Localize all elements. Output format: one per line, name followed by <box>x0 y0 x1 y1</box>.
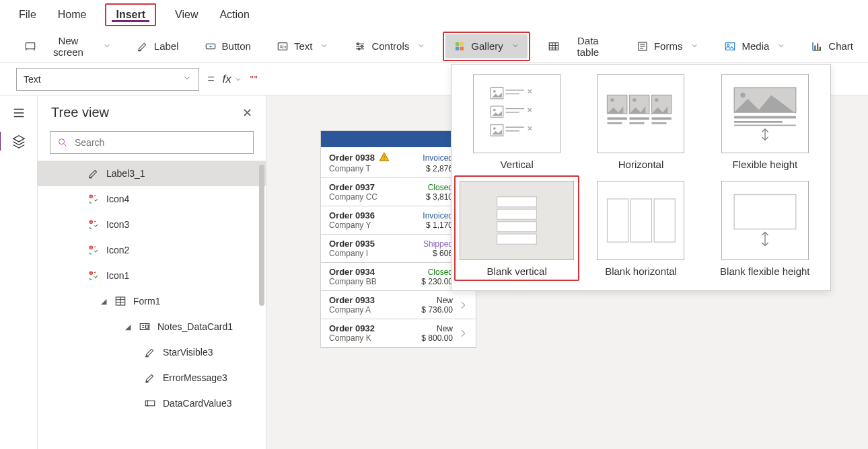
svg-rect-41 <box>608 122 622 124</box>
label-button[interactable]: Label <box>129 34 187 58</box>
formula-value[interactable]: "" <box>250 74 258 85</box>
order-price: $ 736.00 <box>421 305 453 315</box>
gallery-option-vertical[interactable]: Vertical <box>458 74 575 170</box>
text-label: Text <box>294 40 313 52</box>
search-field[interactable] <box>73 136 246 149</box>
tree-node-icon1[interactable]: Icon1 <box>38 263 266 288</box>
blank-vertical-thumb <box>460 181 574 260</box>
list-item[interactable]: Order 0932NewCompany K$ 800.00 <box>321 319 476 348</box>
sliders-icon <box>354 40 366 52</box>
order-status: New <box>421 296 453 305</box>
icon-control-icon <box>87 243 101 257</box>
order-company: Company I <box>329 249 419 258</box>
svg-rect-42 <box>630 118 649 120</box>
tree-node-notes-datacard1[interactable]: ◢ Notes_DataCard1 <box>38 314 266 339</box>
menu-action[interactable]: Action <box>217 3 252 26</box>
tree-node-icon2[interactable]: Icon2 <box>38 237 266 263</box>
text-button[interactable]: Abc Text <box>268 34 337 58</box>
chevron-down-icon <box>103 40 111 52</box>
property-dropdown[interactable]: Text <box>16 68 199 91</box>
menu-home[interactable]: Home <box>55 3 89 26</box>
horizontal-thumb <box>597 74 684 153</box>
tree-list: Label3_1 Icon4 Icon3 Icon2 Icon1 <box>38 161 266 449</box>
gallery-icon <box>454 40 466 52</box>
search-input[interactable] <box>50 131 254 154</box>
tree-node-label: Icon3 <box>106 219 129 230</box>
new-screen-button[interactable]: New screen <box>16 34 119 58</box>
controls-button[interactable]: Controls <box>346 34 433 58</box>
chart-button[interactable]: Chart <box>803 34 861 58</box>
hamburger-icon[interactable] <box>11 105 27 121</box>
tree-node-starvisible3[interactable]: StarVisible3 <box>38 339 266 365</box>
tree-node-label3-1[interactable]: Label3_1 <box>38 161 266 186</box>
svg-rect-45 <box>652 122 667 124</box>
close-icon[interactable]: ✕ <box>242 106 252 120</box>
gallery-option-horizontal[interactable]: Horizontal <box>582 74 699 170</box>
order-company: Company BB <box>329 277 417 286</box>
gallery-button[interactable]: Gallery <box>445 34 528 58</box>
order-title: Order 0933 <box>329 295 417 305</box>
svg-point-27 <box>384 159 384 159</box>
gallery-dropdown: Vertical Horizontal <box>451 64 831 291</box>
menu-file[interactable]: File <box>16 3 39 26</box>
datacard-icon <box>139 320 152 333</box>
svg-rect-9 <box>456 46 459 50</box>
icon-control-icon <box>87 269 101 282</box>
tree-node-label: Icon2 <box>106 245 129 255</box>
tree-node-errormessage3[interactable]: ErrorMessage3 <box>38 365 266 391</box>
forms-icon <box>637 40 649 52</box>
data-table-button[interactable]: Data table <box>540 34 619 58</box>
button-button[interactable]: Button <box>196 34 259 58</box>
gallery-option-blank-flexible-height[interactable]: Blank flexible height <box>707 181 824 277</box>
svg-rect-48 <box>734 116 796 119</box>
table-icon <box>548 40 560 52</box>
gallery-option-label: Blank vertical <box>487 266 547 277</box>
chevron-down-icon <box>777 40 785 52</box>
order-company: Company T <box>329 164 419 173</box>
tree-node-label: Notes_DataCard1 <box>157 321 233 332</box>
tree-view-panel: Tree view ✕ Label3_1 Icon4 I <box>38 95 266 449</box>
tree-node-icon3[interactable]: Icon3 <box>38 212 266 237</box>
forms-label: Forms <box>654 40 683 52</box>
chevron-down-icon <box>511 40 519 52</box>
controls-label: Controls <box>371 40 409 52</box>
scrollbar[interactable] <box>259 165 264 306</box>
svg-rect-53 <box>497 222 537 232</box>
tree-node-label: StarVisible3 <box>163 347 213 358</box>
menu-insert[interactable]: Insert <box>105 3 156 26</box>
ribbon: New screen Label Button Abc Text Control… <box>0 30 868 63</box>
tree-node-icon4[interactable]: Icon4 <box>38 186 266 212</box>
tree-node-label: Form1 <box>133 296 160 307</box>
gallery-option-blank-horizontal[interactable]: Blank horizontal <box>582 181 699 277</box>
fx-label: fx <box>223 73 231 86</box>
blank-flex-height-thumb <box>721 181 809 260</box>
layers-icon[interactable] <box>11 133 27 149</box>
media-label: Media <box>742 40 769 52</box>
label-control-icon <box>144 345 157 359</box>
order-company: Company A <box>329 305 417 315</box>
svg-rect-54 <box>497 234 537 244</box>
svg-point-18 <box>59 139 65 145</box>
svg-rect-51 <box>497 197 537 207</box>
warning-icon <box>379 151 390 164</box>
gallery-option-blank-vertical[interactable]: Blank vertical <box>458 181 575 277</box>
svg-rect-7 <box>456 42 459 46</box>
tree-node-form1[interactable]: ◢ Form1 <box>38 288 266 314</box>
fx-button[interactable]: fx <box>223 73 242 86</box>
tree-node-datacardvalue3[interactable]: DataCardValue3 <box>38 391 266 416</box>
list-item[interactable]: Order 0933NewCompany A$ 736.00 <box>321 291 476 319</box>
menu-view[interactable]: View <box>172 3 201 26</box>
gallery-option-label: Vertical <box>501 159 534 170</box>
order-title: Order 0938 <box>329 151 419 164</box>
order-title: Order 0937 <box>329 182 422 192</box>
data-table-label: Data table <box>565 35 611 58</box>
media-button[interactable]: Media <box>716 34 793 58</box>
chart-label: Chart <box>828 40 853 52</box>
gallery-label: Gallery <box>471 40 503 52</box>
icon-control-icon <box>87 192 101 206</box>
forms-button[interactable]: Forms <box>628 34 707 58</box>
label-label: Label <box>154 40 179 52</box>
svg-rect-52 <box>497 209 537 219</box>
gallery-option-flexible-height[interactable]: Flexible height <box>707 74 824 170</box>
chevron-down-icon <box>690 40 698 52</box>
